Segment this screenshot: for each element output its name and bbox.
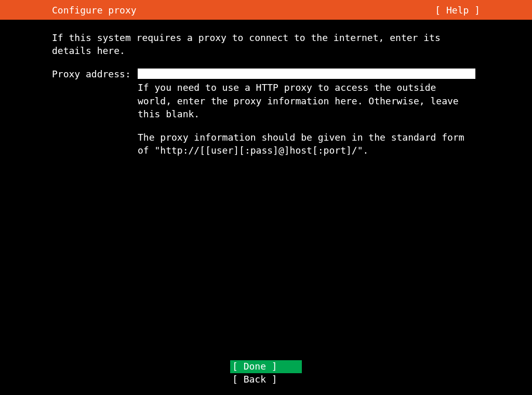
proxy-form-row: Proxy address: If you need to use a HTTP… xyxy=(52,69,480,157)
proxy-address-input[interactable] xyxy=(138,69,475,79)
back-button[interactable]: [ Back ] xyxy=(230,373,302,386)
help-button[interactable]: [ Help ] xyxy=(435,5,480,16)
proxy-hint-1: If you need to use a HTTP proxy to acces… xyxy=(138,81,475,120)
description-text: If this system requires a proxy to conne… xyxy=(52,31,480,57)
page-title: Configure proxy xyxy=(52,5,137,16)
proxy-field-column: If you need to use a HTTP proxy to acces… xyxy=(138,69,480,157)
done-button[interactable]: [ Done ] xyxy=(230,360,302,373)
content-area: If this system requires a proxy to conne… xyxy=(0,20,532,157)
header-bar: Configure proxy [ Help ] xyxy=(0,0,532,20)
proxy-hint-2: The proxy information should be given in… xyxy=(138,131,475,157)
footer-buttons: [ Done ] [ Back ] xyxy=(0,360,532,386)
proxy-label: Proxy address: xyxy=(52,69,138,79)
